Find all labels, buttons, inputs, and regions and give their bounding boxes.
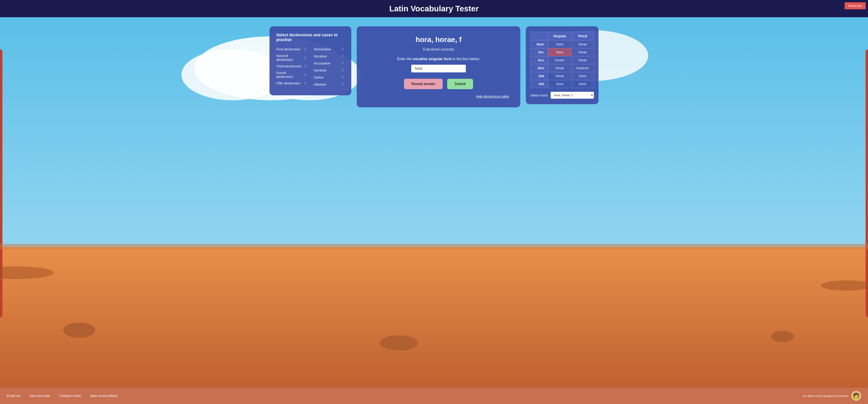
prompt-suffix: in the box below: (452, 57, 480, 61)
table-row: Dat.horaehoris (531, 72, 594, 80)
reveal-answer-button[interactable]: Reveal answer (404, 79, 443, 89)
declension-second-label: Second declension (276, 54, 302, 62)
case-nominative-label: Nominative (314, 47, 340, 51)
plural-cell: horis (571, 80, 594, 88)
select-word-row: Select word: hora, horae, fservus, servi… (530, 92, 594, 99)
case-genitive-label: Genitive (314, 68, 340, 72)
avatar: 🧑 (851, 391, 861, 401)
prompt-text: Enter the vocative singular form in the … (368, 57, 509, 61)
table-body: Nom.horahoraeVoc.horahoraeAcc.horamhoras… (531, 40, 594, 88)
declension-fifth-check: ✓ (304, 81, 307, 86)
footer-right: An open-source project by Aurorum 🧑 (803, 391, 861, 401)
case-dative-check: ✓ (341, 75, 344, 80)
footer: Email me View the code Collapse footer M… (0, 388, 868, 404)
email-link[interactable]: Email me (7, 394, 21, 398)
left-panel-heading: Select declensions and cases to practise (276, 33, 344, 42)
singular-cell: horae (548, 64, 571, 72)
declension-fourth-check: ✓ (304, 72, 307, 77)
case-dative-label: Dative (314, 75, 340, 79)
plural-cell: horas (571, 56, 594, 64)
table-row: Abl.horahoris (531, 80, 594, 88)
declension-fourth[interactable]: Fourth declension ✓ (276, 71, 307, 78)
case-nominative[interactable]: Nominative ✓ (314, 47, 344, 52)
declension-fifth[interactable]: Fifth declension ✓ (276, 81, 307, 86)
declension-second-check: ✓ (304, 55, 307, 60)
case-genitive[interactable]: Genitive ✓ (314, 68, 344, 73)
input-wrapper (368, 65, 509, 79)
page-title: Latin Vocabulary Tester (0, 4, 868, 13)
main-layout: Select declensions and cases to practise… (0, 17, 868, 388)
plural-cell: horae (571, 40, 594, 48)
answer-input[interactable] (411, 65, 466, 72)
prompt-prefix: Enter the (397, 57, 413, 61)
case-accusative-label: Accusative (314, 61, 340, 65)
case-accusative[interactable]: Accusative ✓ (314, 61, 344, 66)
plural-cell: horae (571, 48, 594, 56)
table-row: Nom.horahorae (531, 40, 594, 48)
table-header-row: Singular Plural (531, 32, 594, 40)
case-cell: Acc. (531, 56, 548, 64)
table-row: Acc.horamhoras (531, 56, 594, 64)
page-header: Latin Vocabulary Tester Reset test (0, 0, 868, 17)
case-genitive-check: ✓ (341, 68, 344, 73)
singular-cell: horam (548, 56, 571, 64)
right-panel: Singular Plural Nom.horahoraeVoc.horahor… (526, 26, 598, 104)
collapse-footer-link[interactable]: Collapse footer (59, 394, 81, 398)
table-row: Voc.horahorae (531, 48, 594, 56)
declension-first-check: ✓ (304, 47, 307, 52)
case-vocative[interactable]: Vocative ✓ (314, 54, 344, 59)
singular-cell: horae (548, 72, 571, 80)
case-cell: Nom. (531, 40, 548, 48)
case-cell: Dat. (531, 72, 548, 80)
declension-fifth-label: Fifth declension (276, 81, 302, 85)
credit-text: An open-source project by Aurorum (803, 394, 848, 398)
declension-third[interactable]: Third declension ✓ (276, 64, 307, 69)
declension-second[interactable]: Second declension ✓ (276, 54, 307, 62)
singular-cell: hora (548, 80, 571, 88)
col-empty (531, 32, 548, 40)
case-vocative-label: Vocative (314, 54, 340, 58)
singular-cell: hora (548, 48, 571, 56)
hide-table-link[interactable]: Hide declensions table (368, 95, 509, 98)
correctly-count: 9 declined correctly (368, 47, 509, 52)
submit-button[interactable]: Submit (447, 79, 473, 89)
declension-fourth-label: Fourth declension (276, 71, 302, 78)
declensions-column: First declension ✓ Second declension ✓ T… (276, 47, 307, 89)
case-cell: Gen. (531, 64, 548, 72)
case-ablative-label: Ablative (314, 82, 340, 86)
view-code-link[interactable]: View the code (30, 394, 50, 398)
reset-button[interactable]: Reset test (845, 2, 866, 9)
col-singular: Singular (548, 32, 571, 40)
declension-third-label: Third declension (276, 64, 302, 68)
declensions-table: Singular Plural Nom.horahoraeVoc.horahor… (530, 32, 594, 88)
declension-third-check: ✓ (304, 64, 307, 69)
declension-first-label: First declension (276, 47, 302, 51)
case-nominative-check: ✓ (341, 47, 344, 52)
col-plural: Plural (571, 32, 594, 40)
select-word-label: Select word: (530, 94, 548, 97)
table-row: Gen.horaehorarum (531, 64, 594, 72)
background-scene: Select declensions and cases to practise… (0, 17, 868, 388)
case-accusative-check: ✓ (341, 61, 344, 66)
buttons-row: Reveal answer Submit (368, 79, 509, 89)
word-select[interactable]: hora, horae, fservus, servi, mbellum, be… (551, 92, 594, 99)
case-ablative-check: ✓ (341, 82, 344, 87)
case-cell: Voc. (531, 48, 548, 56)
case-dative[interactable]: Dative ✓ (314, 75, 344, 80)
cases-column: Nominative ✓ Vocative ✓ Accusative ✓ Gen… (314, 47, 344, 89)
declensions-cases-columns: First declension ✓ Second declension ✓ T… (276, 47, 344, 89)
prompt-bold: vocative singular form (413, 57, 452, 61)
case-vocative-check: ✓ (341, 54, 344, 59)
word-title: hora, horae, f (368, 35, 509, 44)
left-panel: Select declensions and cases to practise… (270, 26, 351, 95)
mute-sound-link[interactable]: Mute sound effects (90, 394, 118, 398)
case-ablative[interactable]: Ablative ✓ (314, 82, 344, 87)
declension-first[interactable]: First declension ✓ (276, 47, 307, 52)
center-panel: hora, horae, f 9 declined correctly Ente… (357, 26, 520, 107)
plural-cell: horis (571, 72, 594, 80)
case-cell: Abl. (531, 80, 548, 88)
plural-cell: horarum (571, 64, 594, 72)
singular-cell: hora (548, 40, 571, 48)
